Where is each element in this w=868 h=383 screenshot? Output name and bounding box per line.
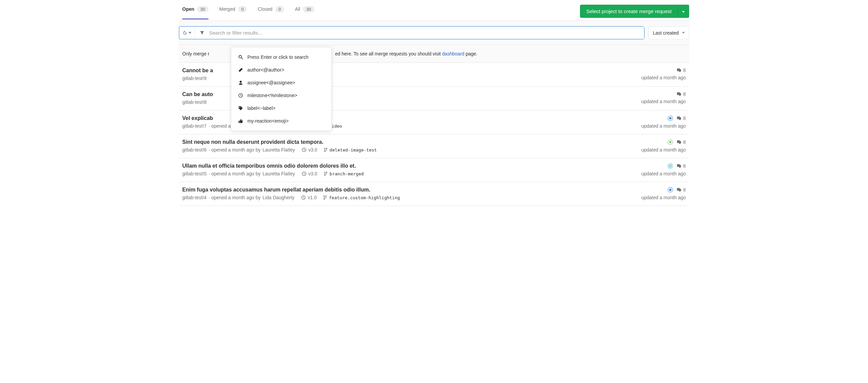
mr-comments-count: 8 (683, 187, 686, 193)
mr-updated: updated a month ago (642, 75, 686, 80)
svg-point-10 (324, 148, 326, 149)
svg-point-27 (239, 55, 242, 58)
mr-updated: updated a month ago (642, 171, 686, 176)
mr-updated: updated a month ago (642, 147, 686, 152)
dropdown-milestone-label: milestone<%milestone> (247, 93, 298, 98)
dropdown-item-search-hint[interactable]: Press Enter or click to search (231, 51, 331, 63)
svg-point-19 (668, 164, 673, 168)
mr-comments[interactable]: 8 (677, 67, 686, 73)
dropdown-search-hint-label: Press Enter or click to search (247, 54, 308, 60)
tabs-row: Open 30 Merged 0 Closed 0 All 30 Select … (179, 0, 689, 21)
comments-icon (677, 68, 681, 72)
mr-title[interactable]: Ullam nulla et officia temporibus omnis … (182, 163, 642, 169)
dropdown-assignee-label: assignee<@assignee> (247, 80, 296, 85)
mr-updated: updated a month ago (642, 99, 686, 104)
svg-point-8 (669, 117, 672, 119)
dropdown-author-label: author<@author> (247, 67, 284, 72)
pipeline-created-icon (667, 139, 673, 145)
merge-request-row: Enim fuga voluptas accusamus harum repel… (179, 182, 689, 206)
branch-icon (324, 147, 328, 152)
mr-author[interactable]: Lauretta Flatley (262, 171, 295, 176)
mr-author[interactable]: Lauretta Flatley (262, 147, 295, 152)
svg-point-17 (326, 172, 327, 173)
caret-down-icon (682, 11, 685, 13)
sort-dropdown[interactable]: Last created (649, 26, 689, 39)
svg-point-18 (324, 175, 326, 176)
branch-icon (324, 171, 328, 176)
mr-milestone: v3.0 (308, 171, 317, 176)
mr-comments-count: 8 (683, 140, 686, 145)
svg-point-23 (326, 196, 327, 197)
mr-milestone: v3.0 (308, 147, 317, 152)
thumbs-up-icon (238, 119, 243, 123)
mr-comments[interactable]: 8 (677, 91, 686, 97)
tab-merged-count: 0 (238, 6, 247, 12)
mr-milestone: v1.0 (308, 195, 316, 200)
chevron-down-icon (189, 32, 191, 34)
filter-bar: Last created (179, 21, 689, 45)
pipeline-running-icon (667, 187, 673, 193)
mr-comments[interactable]: 8 (677, 116, 686, 121)
mr-title[interactable]: Enim fuga voluptas accusamus harum repel… (182, 187, 642, 193)
clock-icon (302, 147, 306, 152)
mr-comments[interactable]: 8 (677, 140, 686, 145)
svg-point-12 (324, 151, 326, 152)
create-mr-button-group: Select project to create merge request (580, 5, 689, 18)
tab-all-label: All (295, 6, 301, 12)
dropdown-label-label: label<~label> (247, 106, 276, 111)
dropdown-item-my-reaction[interactable]: my-reaction<emoji> (231, 115, 331, 127)
tab-merged-label: Merged (219, 6, 235, 12)
dropdown-item-milestone[interactable]: milestone<%milestone> (231, 89, 331, 102)
create-mr-caret[interactable] (678, 5, 689, 18)
clock-icon (301, 195, 306, 200)
tabs: Open 30 Merged 0 Closed 0 All 30 (179, 6, 314, 20)
chevron-down-icon (682, 32, 685, 34)
mr-comments-count: 8 (683, 91, 686, 97)
svg-point-24 (323, 199, 325, 200)
search-suggestion-dropdown: Press Enter or click to search author<@a… (231, 47, 332, 131)
mr-author[interactable]: Lida Daugherty (262, 195, 294, 200)
dropdown-item-author[interactable]: author<@author> (231, 63, 331, 76)
tab-closed-count: 0 (275, 6, 284, 12)
tab-open[interactable]: Open 30 (182, 6, 209, 20)
notice-text-1: Only merge r (182, 51, 210, 56)
svg-point-11 (326, 148, 327, 149)
svg-point-16 (324, 172, 326, 173)
clock-icon (302, 171, 306, 176)
mr-comments-count: 8 (683, 163, 686, 169)
svg-point-22 (323, 196, 325, 197)
mr-ref: gitlab-test!5 (182, 171, 207, 176)
tab-open-label: Open (182, 6, 194, 12)
comments-icon (677, 164, 681, 168)
tab-merged[interactable]: Merged 0 (219, 6, 247, 20)
svg-point-29 (240, 81, 242, 83)
mr-branch: branch-merged (330, 171, 364, 176)
tab-all[interactable]: All 30 (295, 6, 314, 20)
tab-open-count: 30 (197, 6, 209, 12)
mr-ref: gitlab-test!4 (182, 195, 207, 200)
mr-ref: gitlab-test!7 (182, 123, 207, 129)
create-mr-button[interactable]: Select project to create merge request (580, 5, 678, 18)
mr-ref: gitlab-test!8 (182, 99, 207, 105)
mr-branch: deleted-image-test (330, 147, 377, 152)
mr-comments-count: 8 (683, 67, 686, 73)
dropdown-item-label[interactable]: label<~label> (231, 102, 331, 115)
search-input[interactable] (207, 27, 644, 39)
filter-icon-wrap (195, 27, 207, 39)
tab-closed[interactable]: Closed 0 (258, 6, 284, 20)
mr-comments[interactable]: 8 (677, 187, 686, 193)
mr-ref: gitlab-test!6 (182, 147, 207, 152)
search-history-button[interactable] (179, 27, 195, 39)
pipeline-pending-icon (667, 163, 673, 169)
dashboard-link[interactable]: dashboard (442, 51, 464, 56)
mr-comments[interactable]: 8 (677, 163, 686, 169)
history-icon (183, 31, 187, 35)
sort-label: Last created (653, 30, 679, 36)
user-icon (238, 80, 243, 85)
tab-all-count: 30 (303, 6, 314, 12)
mr-updated: updated a month ago (642, 123, 686, 129)
notice-text-2: ed here. To see all merge requests you s… (335, 51, 442, 56)
pipeline-running-icon (667, 115, 673, 121)
mr-title[interactable]: Sint neque non nulla deserunt provident … (182, 139, 642, 145)
dropdown-item-assignee[interactable]: assignee<@assignee> (231, 76, 331, 89)
